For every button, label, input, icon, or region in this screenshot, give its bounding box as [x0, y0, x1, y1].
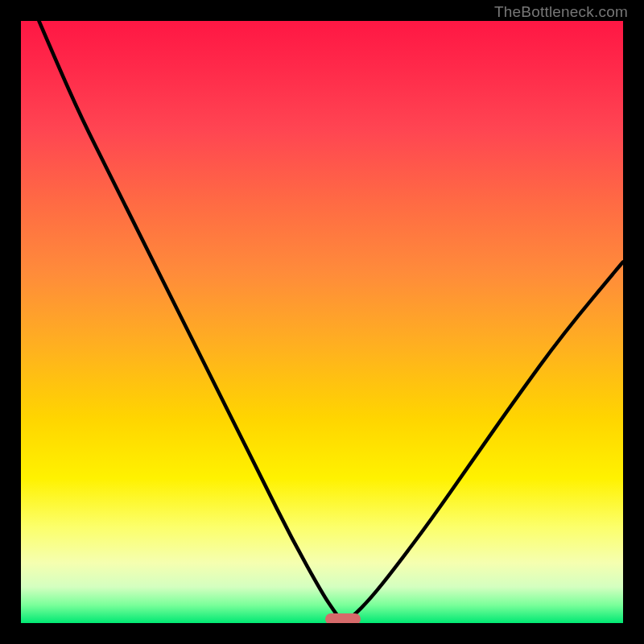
bottleneck-marker: [325, 613, 361, 623]
watermark-text: TheBottleneck.com: [494, 3, 628, 21]
curve-svg: [21, 21, 623, 623]
bottleneck-curve-path: [39, 21, 623, 622]
chart-area: [21, 21, 623, 623]
bottleneck-curve-real: [39, 21, 623, 621]
